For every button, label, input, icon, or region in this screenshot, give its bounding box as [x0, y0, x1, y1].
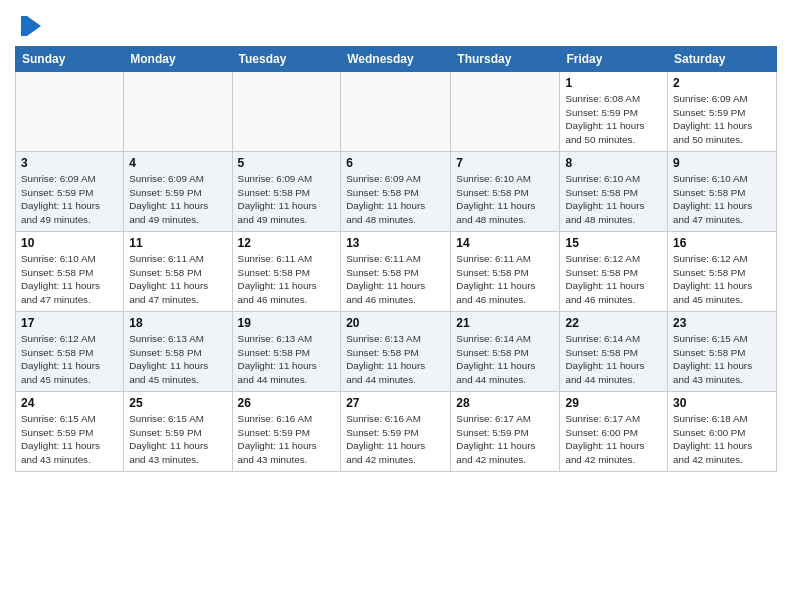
- day-number: 9: [673, 156, 771, 170]
- day-info: Sunrise: 6:16 AMSunset: 5:59 PMDaylight:…: [238, 412, 336, 467]
- calendar-cell: 22Sunrise: 6:14 AMSunset: 5:58 PMDayligh…: [560, 312, 668, 392]
- day-number: 29: [565, 396, 662, 410]
- calendar-cell: 5Sunrise: 6:09 AMSunset: 5:58 PMDaylight…: [232, 152, 341, 232]
- day-info: Sunrise: 6:09 AMSunset: 5:59 PMDaylight:…: [129, 172, 226, 227]
- day-info: Sunrise: 6:12 AMSunset: 5:58 PMDaylight:…: [21, 332, 118, 387]
- calendar-cell: 4Sunrise: 6:09 AMSunset: 5:59 PMDaylight…: [124, 152, 232, 232]
- page: SundayMondayTuesdayWednesdayThursdayFrid…: [0, 0, 792, 612]
- calendar-cell: 24Sunrise: 6:15 AMSunset: 5:59 PMDayligh…: [16, 392, 124, 472]
- calendar-cell: 10Sunrise: 6:10 AMSunset: 5:58 PMDayligh…: [16, 232, 124, 312]
- day-info: Sunrise: 6:16 AMSunset: 5:59 PMDaylight:…: [346, 412, 445, 467]
- day-info: Sunrise: 6:09 AMSunset: 5:58 PMDaylight:…: [346, 172, 445, 227]
- calendar-header-saturday: Saturday: [668, 47, 777, 72]
- day-number: 17: [21, 316, 118, 330]
- day-info: Sunrise: 6:10 AMSunset: 5:58 PMDaylight:…: [565, 172, 662, 227]
- day-number: 14: [456, 236, 554, 250]
- calendar-cell: [232, 72, 341, 152]
- svg-marker-0: [27, 16, 41, 36]
- day-info: Sunrise: 6:10 AMSunset: 5:58 PMDaylight:…: [21, 252, 118, 307]
- calendar-cell: [341, 72, 451, 152]
- calendar-cell: 9Sunrise: 6:10 AMSunset: 5:58 PMDaylight…: [668, 152, 777, 232]
- calendar-cell: 7Sunrise: 6:10 AMSunset: 5:58 PMDaylight…: [451, 152, 560, 232]
- calendar-header-sunday: Sunday: [16, 47, 124, 72]
- day-info: Sunrise: 6:10 AMSunset: 5:58 PMDaylight:…: [673, 172, 771, 227]
- day-number: 23: [673, 316, 771, 330]
- day-info: Sunrise: 6:10 AMSunset: 5:58 PMDaylight:…: [456, 172, 554, 227]
- day-number: 1: [565, 76, 662, 90]
- calendar-week-4: 17Sunrise: 6:12 AMSunset: 5:58 PMDayligh…: [16, 312, 777, 392]
- calendar-cell: 3Sunrise: 6:09 AMSunset: 5:59 PMDaylight…: [16, 152, 124, 232]
- day-info: Sunrise: 6:12 AMSunset: 5:58 PMDaylight:…: [673, 252, 771, 307]
- calendar-cell: 29Sunrise: 6:17 AMSunset: 6:00 PMDayligh…: [560, 392, 668, 472]
- calendar-header-monday: Monday: [124, 47, 232, 72]
- day-info: Sunrise: 6:09 AMSunset: 5:59 PMDaylight:…: [673, 92, 771, 147]
- day-info: Sunrise: 6:11 AMSunset: 5:58 PMDaylight:…: [346, 252, 445, 307]
- day-number: 6: [346, 156, 445, 170]
- day-number: 26: [238, 396, 336, 410]
- day-number: 4: [129, 156, 226, 170]
- calendar-week-5: 24Sunrise: 6:15 AMSunset: 5:59 PMDayligh…: [16, 392, 777, 472]
- day-number: 20: [346, 316, 445, 330]
- calendar-header-row: SundayMondayTuesdayWednesdayThursdayFrid…: [16, 47, 777, 72]
- calendar-cell: 14Sunrise: 6:11 AMSunset: 5:58 PMDayligh…: [451, 232, 560, 312]
- calendar-cell: 21Sunrise: 6:14 AMSunset: 5:58 PMDayligh…: [451, 312, 560, 392]
- day-number: 21: [456, 316, 554, 330]
- day-info: Sunrise: 6:14 AMSunset: 5:58 PMDaylight:…: [565, 332, 662, 387]
- day-info: Sunrise: 6:11 AMSunset: 5:58 PMDaylight:…: [456, 252, 554, 307]
- day-info: Sunrise: 6:17 AMSunset: 5:59 PMDaylight:…: [456, 412, 554, 467]
- calendar-cell: 1Sunrise: 6:08 AMSunset: 5:59 PMDaylight…: [560, 72, 668, 152]
- calendar-cell: 26Sunrise: 6:16 AMSunset: 5:59 PMDayligh…: [232, 392, 341, 472]
- day-info: Sunrise: 6:08 AMSunset: 5:59 PMDaylight:…: [565, 92, 662, 147]
- day-info: Sunrise: 6:09 AMSunset: 5:59 PMDaylight:…: [21, 172, 118, 227]
- day-info: Sunrise: 6:13 AMSunset: 5:58 PMDaylight:…: [346, 332, 445, 387]
- calendar-cell: 8Sunrise: 6:10 AMSunset: 5:58 PMDaylight…: [560, 152, 668, 232]
- day-info: Sunrise: 6:15 AMSunset: 5:59 PMDaylight:…: [129, 412, 226, 467]
- day-info: Sunrise: 6:13 AMSunset: 5:58 PMDaylight:…: [238, 332, 336, 387]
- day-number: 28: [456, 396, 554, 410]
- calendar: SundayMondayTuesdayWednesdayThursdayFrid…: [15, 46, 777, 472]
- calendar-cell: 23Sunrise: 6:15 AMSunset: 5:58 PMDayligh…: [668, 312, 777, 392]
- day-number: 16: [673, 236, 771, 250]
- calendar-header-tuesday: Tuesday: [232, 47, 341, 72]
- calendar-week-3: 10Sunrise: 6:10 AMSunset: 5:58 PMDayligh…: [16, 232, 777, 312]
- day-number: 18: [129, 316, 226, 330]
- calendar-cell: 18Sunrise: 6:13 AMSunset: 5:58 PMDayligh…: [124, 312, 232, 392]
- calendar-cell: 16Sunrise: 6:12 AMSunset: 5:58 PMDayligh…: [668, 232, 777, 312]
- calendar-week-1: 1Sunrise: 6:08 AMSunset: 5:59 PMDaylight…: [16, 72, 777, 152]
- logo-icon: [17, 12, 45, 40]
- header: [15, 10, 777, 40]
- day-number: 19: [238, 316, 336, 330]
- day-number: 7: [456, 156, 554, 170]
- calendar-cell: [16, 72, 124, 152]
- day-info: Sunrise: 6:15 AMSunset: 5:58 PMDaylight:…: [673, 332, 771, 387]
- calendar-cell: 30Sunrise: 6:18 AMSunset: 6:00 PMDayligh…: [668, 392, 777, 472]
- calendar-cell: 11Sunrise: 6:11 AMSunset: 5:58 PMDayligh…: [124, 232, 232, 312]
- calendar-week-2: 3Sunrise: 6:09 AMSunset: 5:59 PMDaylight…: [16, 152, 777, 232]
- day-number: 11: [129, 236, 226, 250]
- day-number: 2: [673, 76, 771, 90]
- day-info: Sunrise: 6:12 AMSunset: 5:58 PMDaylight:…: [565, 252, 662, 307]
- day-number: 22: [565, 316, 662, 330]
- svg-rect-1: [21, 16, 27, 36]
- day-info: Sunrise: 6:15 AMSunset: 5:59 PMDaylight:…: [21, 412, 118, 467]
- day-number: 13: [346, 236, 445, 250]
- day-number: 5: [238, 156, 336, 170]
- day-number: 10: [21, 236, 118, 250]
- calendar-cell: 17Sunrise: 6:12 AMSunset: 5:58 PMDayligh…: [16, 312, 124, 392]
- calendar-cell: 19Sunrise: 6:13 AMSunset: 5:58 PMDayligh…: [232, 312, 341, 392]
- calendar-cell: 2Sunrise: 6:09 AMSunset: 5:59 PMDaylight…: [668, 72, 777, 152]
- day-number: 24: [21, 396, 118, 410]
- day-number: 3: [21, 156, 118, 170]
- day-info: Sunrise: 6:18 AMSunset: 6:00 PMDaylight:…: [673, 412, 771, 467]
- calendar-cell: 6Sunrise: 6:09 AMSunset: 5:58 PMDaylight…: [341, 152, 451, 232]
- calendar-header-wednesday: Wednesday: [341, 47, 451, 72]
- day-info: Sunrise: 6:14 AMSunset: 5:58 PMDaylight:…: [456, 332, 554, 387]
- calendar-cell: 27Sunrise: 6:16 AMSunset: 5:59 PMDayligh…: [341, 392, 451, 472]
- calendar-cell: 15Sunrise: 6:12 AMSunset: 5:58 PMDayligh…: [560, 232, 668, 312]
- day-number: 27: [346, 396, 445, 410]
- day-info: Sunrise: 6:11 AMSunset: 5:58 PMDaylight:…: [129, 252, 226, 307]
- day-info: Sunrise: 6:17 AMSunset: 6:00 PMDaylight:…: [565, 412, 662, 467]
- calendar-header-friday: Friday: [560, 47, 668, 72]
- day-number: 15: [565, 236, 662, 250]
- day-number: 25: [129, 396, 226, 410]
